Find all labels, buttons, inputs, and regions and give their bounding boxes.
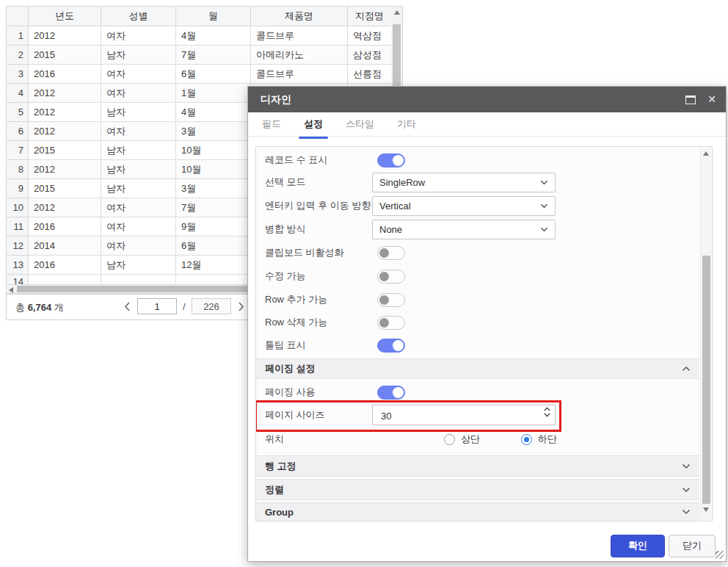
record-count-toggle[interactable]: [377, 154, 405, 167]
prev-page-button[interactable]: [124, 302, 130, 311]
table-cell[interactable]: 1월: [176, 84, 251, 103]
setting-label: 수정 가능: [265, 270, 372, 283]
row-number-cell: 5: [7, 103, 29, 122]
total-count-label: 총 6,764 개: [15, 301, 64, 314]
table-cell[interactable]: 역삼점: [348, 26, 392, 46]
row-addable-toggle[interactable]: [377, 293, 405, 307]
scroll-left-icon[interactable]: [9, 287, 13, 293]
table-cell[interactable]: 남자: [101, 256, 176, 275]
table-cell[interactable]: 2012: [29, 103, 101, 122]
col-header-branch[interactable]: 지점명: [348, 7, 392, 26]
table-cell[interactable]: 2015: [29, 46, 101, 65]
table-cell[interactable]: 3월: [176, 179, 251, 198]
restore-window-icon[interactable]: [685, 95, 696, 104]
merge-mode-select[interactable]: None: [372, 220, 556, 239]
ok-button[interactable]: 확인: [611, 535, 665, 557]
scroll-up-icon[interactable]: [394, 10, 400, 15]
radio-icon: [444, 434, 455, 445]
table-cell[interactable]: 남자: [101, 46, 176, 65]
dialog-scrollbar[interactable]: [700, 148, 711, 520]
table-cell[interactable]: 남자: [101, 103, 176, 122]
table-cell[interactable]: 2015: [29, 141, 101, 160]
radio-label: 상단: [461, 433, 480, 446]
table-cell[interactable]: 4월: [176, 26, 251, 46]
table-cell[interactable]: 여자: [101, 84, 176, 103]
table-cell[interactable]: 2014: [29, 236, 101, 256]
row-number-cell: 1: [7, 26, 29, 46]
clipboard-disabled-toggle[interactable]: [377, 246, 405, 260]
table-cell[interactable]: 7월: [176, 198, 251, 217]
section-row-freeze[interactable]: 행 고정: [256, 455, 699, 477]
table-cell[interactable]: 7월: [176, 46, 251, 65]
scroll-down-icon[interactable]: [703, 508, 709, 512]
table-cell[interactable]: 아메리카노: [251, 46, 348, 65]
tab-style[interactable]: 스타일: [345, 112, 375, 136]
table-cell[interactable]: 12월: [176, 256, 251, 275]
col-header-year[interactable]: 년도: [29, 7, 101, 26]
table-cell[interactable]: 2016: [29, 217, 101, 236]
position-radio-bottom[interactable]: 하단: [521, 433, 557, 446]
row-deletable-toggle[interactable]: [377, 316, 405, 330]
table-cell[interactable]: 삼성점: [348, 46, 392, 65]
table-cell[interactable]: 여자: [101, 217, 176, 236]
col-header-month[interactable]: 월: [176, 7, 251, 26]
spinner-up-icon[interactable]: [544, 407, 550, 411]
setting-label: 엔터키 입력 후 이동 방향: [265, 199, 372, 212]
table-cell[interactable]: 선릉점: [348, 65, 392, 84]
section-group[interactable]: Group: [256, 502, 699, 521]
tab-etc[interactable]: 기타: [396, 112, 417, 136]
table-cell[interactable]: 남자: [101, 141, 176, 160]
table-cell[interactable]: 2012: [29, 84, 101, 103]
close-button[interactable]: 닫기: [669, 535, 716, 557]
table-cell[interactable]: 10월: [176, 141, 251, 160]
table-cell[interactable]: 9월: [176, 217, 251, 236]
table-cell[interactable]: 6월: [176, 236, 251, 256]
table-cell[interactable]: 2012: [29, 198, 101, 217]
table-cell[interactable]: 2016: [29, 256, 101, 275]
tab-settings[interactable]: 설정: [303, 112, 324, 136]
table-cell[interactable]: 남자: [101, 179, 176, 198]
editable-toggle[interactable]: [377, 270, 405, 284]
close-icon[interactable]: ✕: [707, 93, 716, 105]
setting-label: 병합 방식: [265, 223, 372, 236]
table-cell[interactable]: 여자: [101, 26, 176, 46]
paging-use-toggle[interactable]: [377, 386, 405, 400]
enter-direction-select[interactable]: Vertical: [372, 196, 556, 216]
table-cell[interactable]: 콜드브루: [251, 65, 348, 84]
table-cell[interactable]: 4월: [176, 103, 251, 122]
table-cell[interactable]: 여자: [101, 198, 176, 217]
table-cell[interactable]: 여자: [101, 65, 176, 84]
table-cell[interactable]: 여자: [101, 236, 176, 256]
table-cell[interactable]: 여자: [101, 122, 176, 141]
section-paging-settings[interactable]: 페이징 설정: [256, 358, 699, 379]
table-cell[interactable]: 6월: [176, 65, 251, 84]
selection-mode-select[interactable]: SingleRow: [372, 173, 556, 192]
table-cell[interactable]: 남자: [101, 160, 176, 179]
row-number-header: [7, 7, 29, 26]
number-spinner[interactable]: [544, 407, 550, 417]
row-number-cell: 11: [7, 217, 29, 236]
tab-fields[interactable]: 필드: [261, 112, 282, 136]
current-page-input[interactable]: [137, 298, 177, 314]
tooltip-toggle[interactable]: [377, 339, 405, 353]
table-cell[interactable]: 10월: [176, 160, 251, 179]
scroll-up-icon[interactable]: [703, 151, 709, 156]
next-page-button[interactable]: [239, 302, 244, 311]
page-size-input[interactable]: [379, 406, 529, 425]
table-cell[interactable]: 2016: [29, 65, 101, 84]
dialog-titlebar[interactable]: 디자인 ✕: [248, 87, 726, 112]
table-cell[interactable]: 2012: [29, 26, 101, 46]
scrollbar-thumb[interactable]: [702, 256, 710, 504]
col-header-product[interactable]: 제품명: [251, 7, 348, 26]
table-cell[interactable]: 콜드브루: [251, 26, 348, 46]
position-radio-top[interactable]: 상단: [444, 433, 480, 446]
dialog-tabbar: 필드 설정 스타일 기타: [248, 112, 726, 137]
table-cell[interactable]: 3월: [176, 122, 251, 141]
section-sort[interactable]: 정렬: [256, 479, 699, 500]
table-cell[interactable]: 2012: [29, 160, 101, 179]
table-cell[interactable]: 2012: [29, 122, 101, 141]
col-header-gender[interactable]: 성별: [101, 7, 176, 26]
table-cell[interactable]: 2015: [29, 179, 101, 198]
resize-handle[interactable]: [716, 551, 724, 559]
spinner-down-icon[interactable]: [544, 413, 550, 417]
